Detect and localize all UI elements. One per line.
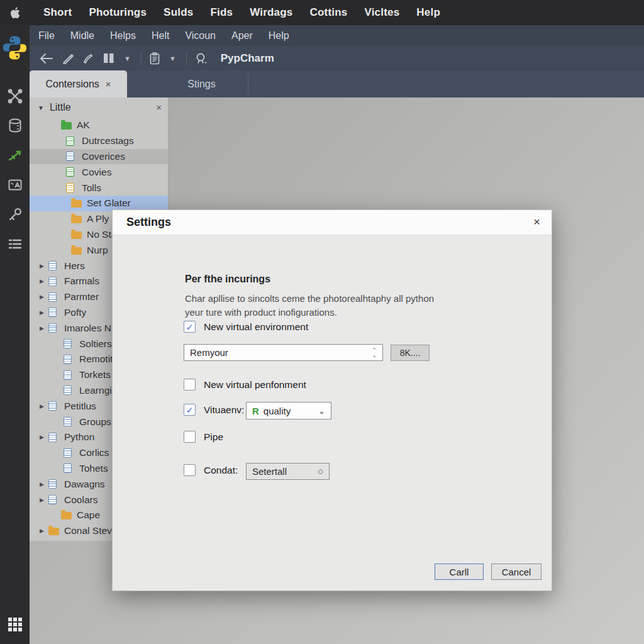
menu-item[interactable]: Fids: [210, 6, 233, 19]
tab-contersions[interactable]: Contersions ×: [30, 70, 127, 97]
expand-arrow-icon[interactable]: ▶: [40, 497, 48, 503]
key-icon[interactable]: [7, 206, 23, 223]
menu-item[interactable]: Vicltes: [364, 6, 399, 19]
new-virtual-penfonment-checkbox[interactable]: ✓: [184, 379, 196, 391]
pencil-icon[interactable]: [62, 53, 74, 64]
expand-arrow-icon[interactable]: ▶: [40, 309, 48, 316]
menu-item[interactable]: Helt: [152, 30, 169, 42]
stepper-icon[interactable]: ⌃⌄: [372, 348, 377, 358]
chevron-down-icon[interactable]: ▼: [124, 55, 131, 62]
tab-close-icon[interactable]: ×: [106, 79, 111, 89]
expand-arrow-icon[interactable]: ▶: [40, 528, 48, 534]
tree-item-icon: [66, 183, 74, 192]
editor-tabstrip: Contersions × Stings: [30, 70, 644, 97]
dialog-description: Char apllise to sincolts ceme the photor…: [185, 292, 487, 319]
tree-item-icon: [64, 448, 72, 458]
tree-item-icon: [71, 216, 82, 223]
tree-close-icon[interactable]: ×: [156, 102, 162, 113]
pipe-row: ✓ Pipe: [184, 431, 223, 443]
expand-arrow-icon[interactable]: ▶: [40, 294, 48, 300]
expand-arrow-icon[interactable]: ▶: [40, 263, 48, 269]
tree-item-label: Torkets: [79, 369, 111, 380]
tab-label: Contersions: [45, 79, 99, 90]
menu-item[interactable]: Photurings: [89, 6, 147, 19]
tree-item-icon: [48, 479, 57, 489]
tree-item-icon: [48, 261, 57, 270]
menu-item[interactable]: Helps: [110, 30, 136, 42]
pen-icon[interactable]: [82, 53, 94, 64]
tree-row[interactable]: ▶ Tolls: [30, 180, 168, 196]
checkbox-label: Condat:: [204, 465, 238, 476]
expand-arrow-icon[interactable]: ▶: [40, 278, 48, 284]
tree-row[interactable]: ▶ Covies: [30, 164, 168, 180]
menu-item[interactable]: Wirdags: [250, 6, 292, 19]
menu-item[interactable]: Vicoun: [185, 30, 216, 42]
app-menubar: File Midle Helps Helt Vicoun Aper Help: [30, 25, 644, 46]
tree-item-label: Pofty: [64, 307, 86, 318]
new-virtual-environment-checkbox[interactable]: ✓: [184, 321, 196, 333]
tree-header-label: Little: [50, 102, 71, 113]
tree-header[interactable]: ▼ Little ×: [30, 97, 168, 118]
condat-checkbox[interactable]: ✓: [184, 464, 196, 476]
menu-item[interactable]: Sulds: [164, 6, 193, 19]
toolbar-divider: [141, 52, 142, 65]
menu-item[interactable]: Short: [43, 6, 72, 19]
menu-item[interactable]: Cottins: [309, 6, 347, 19]
menu-item[interactable]: File: [38, 30, 55, 42]
collapse-arrow-icon[interactable]: ▼: [38, 104, 44, 111]
pipe-checkbox[interactable]: ✓: [184, 431, 196, 443]
back-arrow-icon[interactable]: [40, 53, 53, 64]
tree-item-icon: [64, 417, 72, 426]
vituaenv-select[interactable]: R quality ⌄: [246, 402, 331, 419]
menu-item[interactable]: Midle: [70, 30, 94, 42]
tree-row[interactable]: ▶ AK: [30, 118, 168, 133]
search-lamp-icon[interactable]: [194, 52, 208, 65]
columns-icon[interactable]: [103, 53, 115, 64]
tree-item-label: Set Glater: [87, 197, 131, 209]
tree-row[interactable]: ▶ Dutrcestags: [30, 133, 168, 149]
tree-item-label: Tohets: [79, 463, 108, 474]
browse-button[interactable]: 8K....: [391, 345, 430, 361]
stepper-icon[interactable]: ◇: [318, 467, 323, 475]
environment-select[interactable]: Remyour ⌃⌄: [184, 344, 383, 361]
expand-arrow-icon[interactable]: ▶: [40, 325, 48, 331]
grid-menu-icon[interactable]: [7, 616, 23, 635]
tools-icon[interactable]: [7, 88, 23, 104]
clipboard-icon[interactable]: [149, 52, 160, 65]
checkbox-label: New virtual penfonment: [204, 379, 306, 391]
vcs-branch-icon[interactable]: [7, 147, 23, 164]
select-value: quality: [264, 406, 291, 416]
tree-item-label: Parmter: [64, 291, 99, 303]
chevron-down-icon[interactable]: ▼: [169, 55, 176, 62]
condat-select[interactable]: Setertall ◇: [246, 463, 330, 480]
expand-arrow-icon[interactable]: ▶: [40, 403, 48, 409]
tree-item-label: Dutrcestags: [82, 135, 134, 147]
tree-item-label: Cape: [77, 509, 100, 521]
dialog-titlebar: Settings ×: [113, 210, 552, 235]
tree-row[interactable]: ▶ Coverices: [30, 149, 168, 165]
dialog-close-icon[interactable]: ×: [533, 215, 540, 229]
tree-item-icon: [48, 528, 59, 535]
tree-item-icon: [48, 433, 57, 442]
tree-item-label: Hers: [64, 260, 85, 272]
tree-item-label: Imaroles N: [64, 323, 111, 334]
ok-button[interactable]: Carll: [435, 564, 484, 580]
menu-item[interactable]: Help: [269, 30, 289, 42]
cancel-button[interactable]: Cancel: [491, 564, 541, 580]
new-virtual-penfonment-row: ✓ New virtual penfonment: [184, 379, 306, 391]
menu-item[interactable]: Help: [416, 6, 440, 19]
tree-item-label: AK: [77, 119, 90, 131]
menu-item[interactable]: Aper: [231, 30, 253, 42]
vituaenv-checkbox[interactable]: ✓: [184, 404, 196, 416]
tree-item-icon: [66, 136, 74, 146]
list-icon[interactable]: [7, 236, 23, 252]
expand-arrow-icon[interactable]: ▶: [40, 434, 48, 440]
tab-stings[interactable]: Stings: [155, 70, 248, 97]
tree-item-label: Petitlus: [64, 401, 96, 412]
checkbox-label: Pipe: [204, 431, 223, 443]
tree-item-label: Coolars: [64, 494, 97, 506]
database-icon[interactable]: [7, 118, 23, 134]
expand-arrow-icon[interactable]: ▶: [40, 481, 48, 487]
chevron-down-icon[interactable]: ⌄: [318, 406, 325, 416]
image-pin-icon[interactable]: [7, 177, 23, 193]
